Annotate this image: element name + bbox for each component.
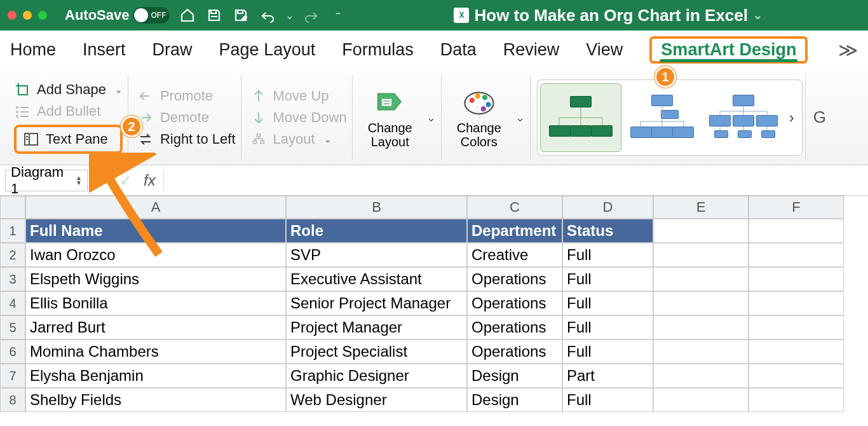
cell[interactable]: Full [562,267,653,291]
cell[interactable]: Full [562,388,653,412]
col-header-d[interactable]: D [562,196,653,219]
cell[interactable] [653,340,749,364]
header-dept[interactable]: Department [467,219,562,243]
tab-draw[interactable]: Draw [153,40,193,60]
layout-thumb-1[interactable] [540,83,621,152]
row-header[interactable]: 5 [0,315,25,340]
cell[interactable]: Full [562,340,653,364]
chevron-down-icon[interactable]: ⌄ [115,85,123,95]
cell[interactable] [749,243,844,267]
title-dropdown-icon[interactable]: ⌄ [753,8,763,22]
cell[interactable]: Senior Project Manager [286,291,467,315]
cell[interactable] [653,219,749,243]
cell[interactable] [749,364,844,388]
cell[interactable]: Elysha Benjamin [25,364,286,388]
cell[interactable]: Design [467,364,562,388]
tab-insert[interactable]: Insert [83,40,126,60]
home-icon[interactable] [179,6,196,24]
change-colors-button[interactable]: Change Colors [451,84,508,151]
cell[interactable]: Graphic Designer [286,364,467,388]
tab-smartart-design[interactable]: SmartArt Design [649,36,808,64]
cell[interactable]: Operations [467,340,562,364]
cell[interactable] [653,388,749,412]
cell[interactable] [749,291,844,315]
cell[interactable]: Design [467,388,562,412]
save-as-icon[interactable] [232,6,250,24]
autosave-toggle[interactable]: AutoSave OFF [65,7,170,24]
layout-thumb-2[interactable] [621,83,703,152]
cell[interactable]: Executive Assistant [286,267,467,291]
text-pane-button[interactable]: Text Pane [14,125,123,154]
cell[interactable] [749,340,844,364]
more-commands-icon[interactable] [329,6,347,24]
close-window[interactable] [8,11,17,20]
cell[interactable]: Full [562,315,653,340]
header-role[interactable]: Role [286,219,467,243]
row-header[interactable]: 2 [0,243,25,267]
redo-icon[interactable] [302,6,320,24]
undo-dropdown-caret[interactable]: ⌄ [285,10,294,22]
cell[interactable] [653,291,749,315]
cell[interactable]: Shelby Fields [25,388,286,412]
cell[interactable]: Operations [467,291,562,315]
row-header[interactable]: 4 [0,291,25,315]
add-shape-button[interactable]: Add Shape ⌄ [14,81,123,98]
cell[interactable] [749,267,844,291]
cell[interactable] [749,219,844,243]
row-header[interactable]: 6 [0,340,25,364]
tab-page-layout[interactable]: Page Layout [219,40,316,60]
cell[interactable]: Project Manager [286,315,467,340]
cell[interactable]: Project Specialist [286,340,467,364]
right-to-left-button[interactable]: Right to Left [137,131,236,148]
save-icon[interactable] [205,6,223,24]
document-title[interactable]: X How to Make an Org Chart in Excel ⌄ [356,6,860,25]
cell[interactable]: Creative [467,243,562,267]
formula-input[interactable] [163,171,863,190]
tab-view[interactable]: View [586,40,623,60]
row-header[interactable]: 8 [0,388,25,412]
cell[interactable]: SVP [286,243,467,267]
cell[interactable] [653,243,749,267]
cell[interactable]: Web Designer [286,388,467,412]
cell[interactable]: Part [562,364,653,388]
col-header-f[interactable]: F [749,196,844,219]
change-layout-button[interactable]: Change Layout [362,84,419,151]
cell[interactable]: Operations [467,267,562,291]
select-all-corner[interactable] [0,196,25,219]
ribbon-overflow[interactable]: G [810,75,826,160]
col-header-b[interactable]: B [286,196,467,219]
maximize-window[interactable] [38,11,47,20]
tab-home[interactable]: Home [10,40,56,60]
cell[interactable]: Operations [467,315,562,340]
name-box[interactable]: Diagram 1 ▲▼ [5,170,88,191]
chevron-down-icon[interactable]: ⌄ [426,111,436,125]
name-box-stepper[interactable]: ▲▼ [76,175,82,186]
undo-icon[interactable] [259,6,276,24]
cell[interactable] [749,315,844,340]
cell[interactable]: Elspeth Wiggins [25,267,286,291]
col-header-e[interactable]: E [653,196,749,219]
row-header[interactable]: 1 [0,219,25,243]
row-header[interactable]: 7 [0,364,25,388]
layout-thumb-3[interactable] [703,83,784,152]
tab-formulas[interactable]: Formulas [342,40,414,60]
cell[interactable]: Ellis Bonilla [25,291,286,315]
tab-data[interactable]: Data [440,40,477,60]
cell[interactable] [653,364,749,388]
chevron-down-icon[interactable]: ⌄ [515,111,525,125]
cell[interactable]: Jarred Burt [25,315,286,340]
autosave-switch[interactable]: OFF [133,7,170,24]
row-header[interactable]: 3 [0,267,25,291]
cell[interactable] [653,315,749,340]
minimize-window[interactable] [23,11,32,20]
col-header-c[interactable]: C [467,196,562,219]
cell[interactable]: Full [562,243,653,267]
gallery-next-icon[interactable]: › [784,109,799,127]
cell[interactable] [653,267,749,291]
cell[interactable]: Momina Chambers [25,340,286,364]
cell[interactable]: Full [562,291,653,315]
cell[interactable] [749,388,844,412]
tab-review[interactable]: Review [503,40,560,60]
header-status[interactable]: Status [562,219,653,243]
tabs-overflow-icon[interactable]: ≫ [838,39,858,61]
